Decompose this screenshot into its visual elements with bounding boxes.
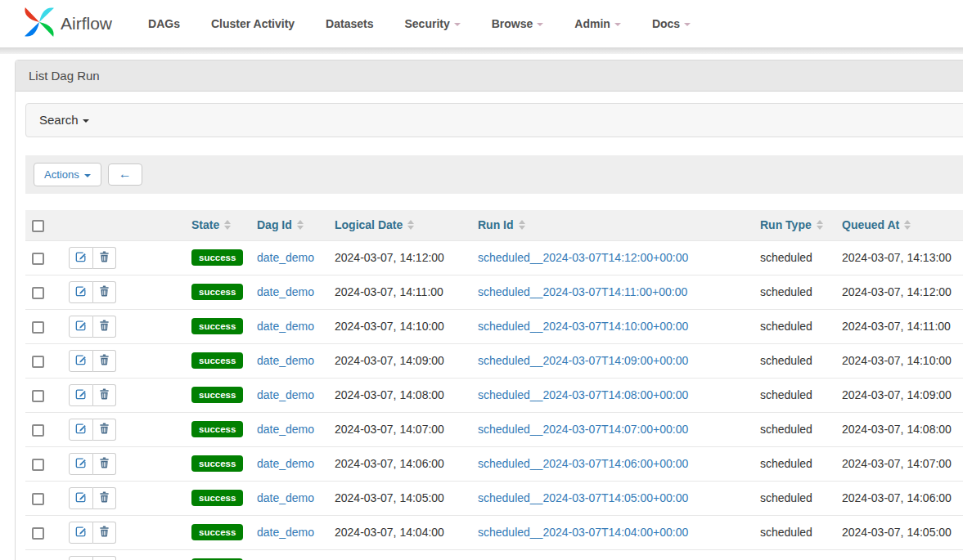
delete-button[interactable] xyxy=(93,316,116,338)
nav-items: DAGs Cluster Activity Datasets Security … xyxy=(148,17,691,30)
run-id-link[interactable]: scheduled__2024-03-07T14:10:00+00:00 xyxy=(478,320,688,333)
row-checkbox[interactable] xyxy=(32,459,44,471)
logical-date-value: 2024-03-07, 14:10:00 xyxy=(335,320,444,333)
edit-icon xyxy=(75,457,87,471)
select-all-checkbox[interactable] xyxy=(32,220,44,232)
delete-button[interactable] xyxy=(93,419,116,441)
edit-button[interactable] xyxy=(69,453,93,475)
run-id-link[interactable]: scheduled__2024-03-07T14:04:00+00:00 xyxy=(478,526,688,539)
list-dag-run-panel: List Dag Run Search Actions ← xyxy=(15,60,963,560)
edit-button[interactable] xyxy=(69,419,93,441)
search-well: Search xyxy=(25,103,963,137)
back-button[interactable]: ← xyxy=(108,164,142,186)
column-header-state[interactable]: State xyxy=(191,218,231,231)
nav-item-label: DAGs xyxy=(148,17,180,30)
trash-icon xyxy=(99,251,110,265)
run-type-value: scheduled xyxy=(760,251,812,264)
dag-id-link[interactable]: date_demo xyxy=(257,423,314,436)
delete-button[interactable] xyxy=(93,487,116,509)
search-label: Search xyxy=(39,113,79,127)
row-checkbox[interactable] xyxy=(32,493,44,505)
dag-id-link[interactable]: date_demo xyxy=(257,251,314,264)
nav-item-label: Docs xyxy=(652,17,680,30)
edit-icon xyxy=(75,526,87,540)
row-checkbox[interactable] xyxy=(32,253,44,265)
run-type-value: scheduled xyxy=(760,423,812,436)
column-label: Logical Date xyxy=(335,218,403,231)
dag-id-link[interactable]: date_demo xyxy=(257,388,314,401)
dag-id-link[interactable]: date_demo xyxy=(257,320,314,333)
logical-date-value: 2024-03-07, 14:08:00 xyxy=(335,388,444,401)
dag-id-link[interactable]: date_demo xyxy=(257,285,314,298)
row-checkbox[interactable] xyxy=(32,424,44,437)
edit-icon xyxy=(75,354,87,368)
edit-button[interactable] xyxy=(69,556,93,560)
airflow-brand[interactable]: Airflow xyxy=(23,6,112,42)
run-id-link[interactable]: scheduled__2024-03-07T14:05:00+00:00 xyxy=(478,491,688,504)
table-row: success date_demo 2024-03-07, 14:12:00 s… xyxy=(25,240,963,275)
brand-name: Airflow xyxy=(61,14,112,34)
dag-id-link[interactable]: date_demo xyxy=(257,457,314,470)
run-id-link[interactable]: scheduled__2024-03-07T14:08:00+00:00 xyxy=(478,388,688,401)
dag-id-link[interactable]: date_demo xyxy=(257,491,314,504)
run-id-link[interactable]: scheduled__2024-03-07T14:11:00+00:00 xyxy=(478,285,687,298)
column-header-run-type[interactable]: Run Type xyxy=(760,218,823,231)
column-label: State xyxy=(191,218,219,231)
panel-body: Search Actions ← xyxy=(16,92,963,560)
table-row: success date_demo 2024-03-07, 14:09:00 s… xyxy=(25,343,963,378)
delete-button[interactable] xyxy=(93,384,116,406)
column-header-run-id[interactable]: Run Id xyxy=(478,218,525,231)
delete-button[interactable] xyxy=(93,247,116,269)
edit-button[interactable] xyxy=(69,316,93,338)
delete-button[interactable] xyxy=(93,281,116,303)
row-checkbox[interactable] xyxy=(32,287,44,299)
nav-item-datasets[interactable]: Datasets xyxy=(326,17,373,30)
navbar: Airflow DAGs Cluster Activity Datasets S… xyxy=(0,0,963,47)
column-header-logical-date[interactable]: Logical Date xyxy=(335,218,414,231)
nav-item-label: Admin xyxy=(574,17,610,30)
delete-button[interactable] xyxy=(93,556,116,560)
run-type-value: scheduled xyxy=(760,354,812,367)
edit-button[interactable] xyxy=(69,384,93,406)
column-label: Dag Id xyxy=(257,218,292,231)
column-header-queued-at[interactable]: Queued At xyxy=(842,218,911,231)
run-id-link[interactable]: scheduled__2024-03-07T14:09:00+00:00 xyxy=(478,354,688,367)
nav-item-browse[interactable]: Browse xyxy=(492,17,544,30)
edit-button[interactable] xyxy=(69,350,93,372)
row-checkbox[interactable] xyxy=(32,356,44,368)
table-row: success date_demo 2024-03-07, 14:05:00 s… xyxy=(25,481,963,515)
nav-item-security[interactable]: Security xyxy=(404,17,460,30)
state-badge: success xyxy=(191,284,243,300)
dag-id-link[interactable]: date_demo xyxy=(257,526,314,539)
caret-down-icon xyxy=(84,174,91,177)
delete-button[interactable] xyxy=(93,522,116,544)
sort-icon xyxy=(519,220,525,230)
nav-item-dags[interactable]: DAGs xyxy=(148,17,180,30)
trash-icon xyxy=(99,354,110,368)
delete-button[interactable] xyxy=(93,350,116,372)
nav-item-admin[interactable]: Admin xyxy=(574,17,621,30)
queued-at-value: 2024-03-07, 14:11:00 xyxy=(842,320,951,333)
edit-button[interactable] xyxy=(69,522,93,544)
run-type-value: scheduled xyxy=(760,491,812,504)
search-dropdown-toggle[interactable]: Search xyxy=(39,113,89,127)
row-checkbox[interactable] xyxy=(32,321,44,334)
trash-icon xyxy=(99,491,110,505)
column-label: Run Id xyxy=(478,218,514,231)
row-checkbox[interactable] xyxy=(32,527,44,540)
sort-icon xyxy=(224,220,231,230)
actions-dropdown-button[interactable]: Actions xyxy=(34,163,101,186)
nav-item-docs[interactable]: Docs xyxy=(652,17,691,30)
dag-id-link[interactable]: date_demo xyxy=(257,354,314,367)
run-id-link[interactable]: scheduled__2024-03-07T14:12:00+00:00 xyxy=(478,251,688,264)
run-id-link[interactable]: scheduled__2024-03-07T14:07:00+00:00 xyxy=(478,423,688,436)
column-header-dag-id[interactable]: Dag Id xyxy=(257,218,304,231)
edit-icon xyxy=(75,285,87,299)
delete-button[interactable] xyxy=(93,453,116,475)
run-id-link[interactable]: scheduled__2024-03-07T14:06:00+00:00 xyxy=(478,457,688,470)
row-checkbox[interactable] xyxy=(32,390,44,402)
edit-button[interactable] xyxy=(69,247,93,269)
nav-item-cluster-activity[interactable]: Cluster Activity xyxy=(211,17,295,30)
edit-button[interactable] xyxy=(69,281,93,303)
edit-button[interactable] xyxy=(69,487,93,509)
